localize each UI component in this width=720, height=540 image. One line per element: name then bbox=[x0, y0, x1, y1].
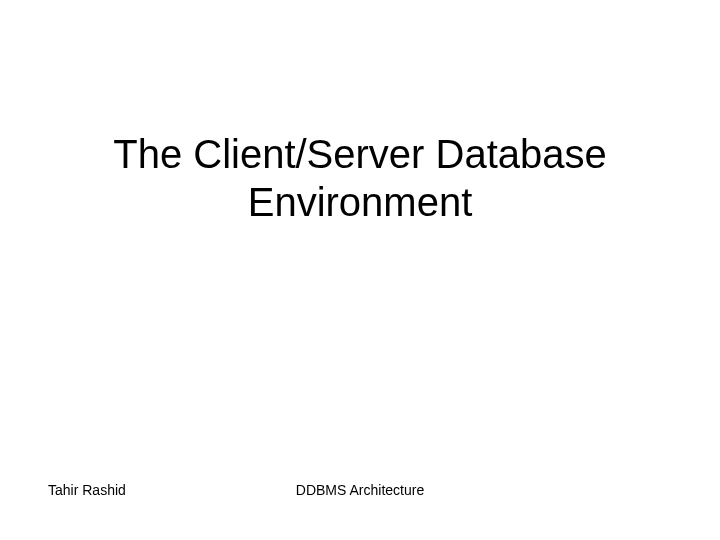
footer-topic: DDBMS Architecture bbox=[0, 482, 720, 498]
slide-title: The Client/Server Database Environment bbox=[0, 130, 720, 226]
slide: The Client/Server Database Environment T… bbox=[0, 0, 720, 540]
